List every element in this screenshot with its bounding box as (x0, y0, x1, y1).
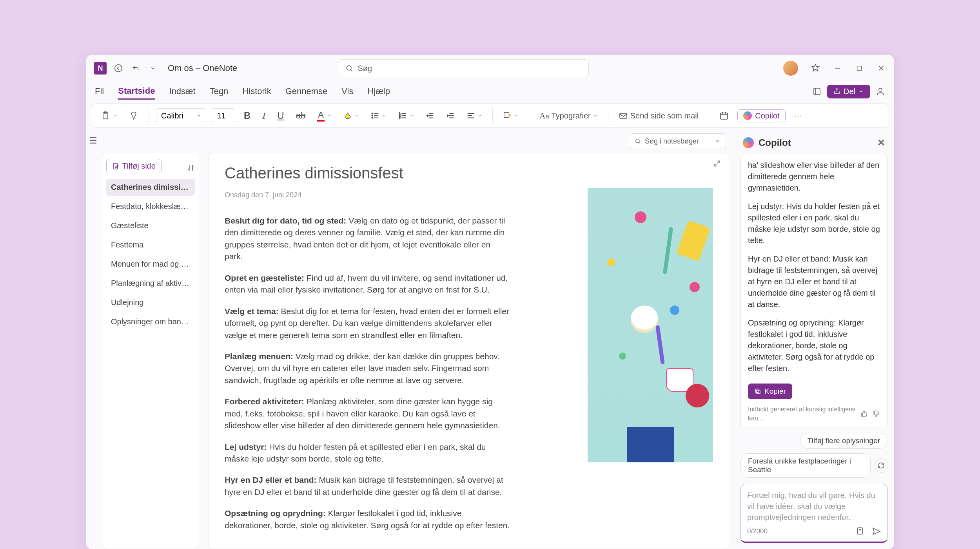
page-item[interactable]: Planlægning af aktiviteter (106, 275, 195, 292)
page-item[interactable]: Menuen for mad og drik... (106, 256, 195, 273)
undo-button[interactable] (130, 63, 141, 74)
share-button[interactable]: Del (827, 85, 870, 98)
tab-historik[interactable]: Historik (242, 84, 271, 99)
strikethrough-button[interactable]: ab (293, 108, 309, 124)
styles-button[interactable]: AaTypografier (536, 108, 601, 124)
copilot-ribbon-button[interactable]: Copilot (737, 109, 785, 122)
ribbon: Calibri 11 B I U ab A 123 AaTypografier … (91, 104, 889, 128)
menubar: Fil Startside Indsæt Tegn Historik Genne… (86, 82, 894, 101)
add-page-button[interactable]: Tilføj side (106, 159, 162, 173)
svg-point-4 (879, 88, 882, 91)
search-box[interactable]: Søg (338, 59, 589, 77)
more-commands-button[interactable]: ⋯ (791, 108, 805, 124)
tab-indsaet[interactable]: Indsæt (169, 84, 195, 99)
highlight-button[interactable] (340, 108, 362, 124)
outdent-button[interactable] (423, 108, 437, 124)
send-button[interactable] (871, 527, 881, 536)
tab-hjaelp[interactable]: Hjælp (368, 84, 390, 99)
paste-button[interactable] (98, 108, 120, 124)
ai-disclaimer: Indhold genereret af kunstig intelligens… (748, 405, 880, 423)
bold-button[interactable]: B (241, 108, 254, 124)
tab-tegn[interactable]: Tegn (210, 84, 229, 99)
thumbs-up-button[interactable] (860, 410, 868, 418)
nav-toggle[interactable]: ☰ (86, 132, 102, 549)
svg-point-9 (372, 117, 373, 118)
copy-button[interactable]: Kopiér (748, 384, 792, 399)
char-counter: 0/2000 (747, 527, 768, 535)
search-icon (345, 64, 353, 72)
note-body[interactable]: Beslut dig for dato, tid og sted: Vælg e… (225, 215, 511, 531)
tab-vis[interactable]: Vis (341, 84, 353, 99)
page-item[interactable]: Udlejning (106, 294, 195, 311)
account-manager-button[interactable] (876, 87, 885, 96)
svg-rect-15 (720, 113, 728, 119)
minimize-button[interactable] (833, 64, 842, 73)
page-item[interactable]: Oplysninger om bandet (106, 313, 195, 330)
page-item[interactable]: Gæsteliste (106, 217, 195, 234)
expand-button[interactable] (713, 160, 721, 167)
svg-point-16 (636, 139, 639, 143)
page-item[interactable]: Festdato, klokkeslæt og... (106, 198, 195, 215)
tab-gennemse[interactable]: Gennemse (285, 84, 328, 99)
thumbs-down-button[interactable] (872, 410, 880, 418)
maximize-button[interactable] (855, 64, 864, 73)
font-color-button[interactable]: A (314, 108, 335, 124)
refresh-suggestions-button[interactable] (875, 458, 887, 473)
page-item[interactable]: Catherines dimissionsfe... (106, 179, 195, 196)
svg-rect-18 (757, 390, 760, 394)
meeting-button[interactable] (716, 108, 732, 124)
premium-icon[interactable] (811, 64, 820, 73)
tags-button[interactable] (500, 108, 522, 124)
svg-rect-2 (857, 66, 862, 71)
copilot-close-button[interactable]: ✕ (877, 137, 885, 148)
note-image[interactable] (588, 188, 713, 538)
format-painter-button[interactable] (126, 108, 142, 124)
page-item[interactable]: Festtema (106, 236, 195, 253)
onenote-feed-button[interactable] (812, 87, 822, 96)
copilot-icon (743, 111, 752, 120)
add-page-icon (112, 163, 119, 170)
copy-icon (754, 388, 761, 395)
numbering-button[interactable]: 123 (395, 108, 417, 124)
prompt-guide-button[interactable] (856, 527, 864, 536)
search-placeholder: Søg (358, 64, 372, 73)
chevron-down-icon (858, 89, 864, 94)
app-title: Om os – OneNote (168, 63, 237, 73)
svg-point-8 (372, 115, 373, 116)
window-controls (783, 61, 886, 76)
note-canvas[interactable]: Catherines dimissionsfest Onsdag den 7. … (209, 153, 729, 549)
font-size-select[interactable]: 11 (212, 108, 235, 123)
underline-button[interactable]: U (274, 108, 287, 124)
page-list-sidebar: Tilføj side Catherines dimissionsfe... F… (102, 153, 199, 549)
svg-rect-14 (620, 113, 627, 118)
svg-point-0 (115, 65, 122, 72)
share-icon (833, 88, 840, 95)
suggestion-chip[interactable]: Tilføj flere oplysninger (800, 433, 887, 449)
copilot-input[interactable]: Fortæl mig, hvad du vil gøre. Hvis du vi… (740, 484, 887, 543)
chevron-down-icon (715, 138, 720, 144)
tab-startside[interactable]: Startside (118, 84, 155, 100)
svg-rect-13 (504, 113, 509, 118)
copilot-logo-icon (743, 137, 754, 148)
body: ☰ Søg i notesbøger Tilføj side (86, 132, 894, 549)
sort-button[interactable] (187, 164, 195, 172)
search-icon (635, 138, 641, 144)
indent-button[interactable] (443, 108, 458, 124)
customize-qat-button[interactable] (147, 63, 158, 74)
tab-fil[interactable]: Fil (95, 84, 104, 99)
italic-button[interactable]: I (259, 108, 269, 124)
user-avatar[interactable] (783, 61, 798, 76)
back-button[interactable] (113, 63, 124, 74)
align-button[interactable] (463, 108, 485, 124)
copilot-pane: Copilot ✕ ha' slideshow eller vise bille… (734, 132, 894, 549)
suggestion-chip[interactable]: Foreslå unikke festplaceringer i Seattle (740, 453, 871, 478)
svg-text:3: 3 (399, 116, 401, 119)
bullets-button[interactable] (368, 108, 390, 124)
font-family-select[interactable]: Calibri (156, 108, 206, 123)
page-title[interactable]: Catherines dimissionsfest (225, 164, 428, 187)
close-button[interactable] (877, 64, 886, 73)
send-page-button[interactable]: Send side som mail (615, 108, 702, 124)
notebook-search[interactable]: Søg i notesbøger (629, 133, 726, 149)
titlebar: N Om os – OneNote Søg (86, 55, 894, 82)
svg-point-7 (372, 113, 373, 114)
